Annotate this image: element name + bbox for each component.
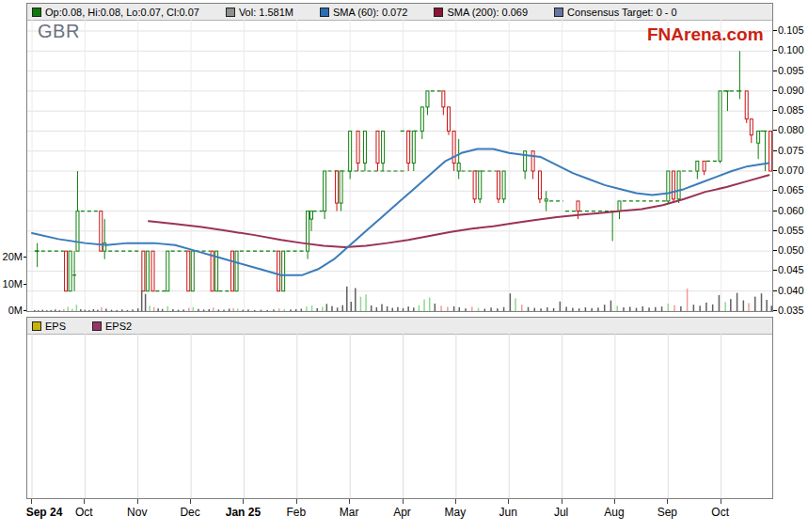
date-axis-label: Sep bbox=[657, 506, 677, 519]
price-axis-label: 0.105 bbox=[778, 24, 804, 36]
fnarena-watermark: FNArena.com bbox=[647, 24, 764, 45]
fnarena-stock-chart: Op:0.08, Hi:0.08, Lo:0.07, Cl:0.07Vol: 1… bbox=[0, 0, 808, 532]
legend-swatch-icon bbox=[226, 8, 235, 17]
volume-axis-label: 10M bbox=[0, 278, 23, 289]
date-axis-tick bbox=[455, 499, 456, 504]
price-axis-label: 0.055 bbox=[778, 225, 804, 236]
date-axis-tick bbox=[296, 499, 297, 504]
price-axis-tick bbox=[773, 70, 777, 71]
legend-label: SMA (200): 0.069 bbox=[447, 7, 528, 18]
price-axis-label: 0.100 bbox=[778, 44, 804, 55]
price-axis-label: 0.065 bbox=[778, 184, 804, 196]
legend-label: SMA (60): 0.072 bbox=[333, 7, 408, 18]
date-axis-tick bbox=[84, 499, 85, 504]
price-axis-tick bbox=[773, 270, 777, 271]
date-axis-label: Oct bbox=[711, 506, 729, 519]
eps-plot bbox=[27, 334, 772, 498]
date-axis-label: Jul bbox=[554, 506, 568, 519]
volume-axis-tick bbox=[24, 310, 26, 311]
legend-label: EPS2 bbox=[105, 321, 132, 332]
eps-legend-item-1: EPS2 bbox=[92, 321, 132, 332]
volume-axis-tick bbox=[24, 257, 26, 258]
price-axis-label: 0.035 bbox=[778, 305, 804, 316]
price-axis-label: 0.085 bbox=[778, 104, 804, 116]
ticker-symbol: GBR bbox=[38, 21, 80, 42]
eps-chart-panel: EPSEPS2 bbox=[26, 317, 773, 499]
price-legend-item-3: SMA (200): 0.069 bbox=[434, 7, 528, 18]
legend-label: Consensus Target: 0 - 0 bbox=[567, 7, 677, 18]
date-axis-label: Jan 25 bbox=[226, 506, 261, 519]
date-axis-label: Apr bbox=[393, 506, 411, 519]
price-legend-item-0: Op:0.08, Hi:0.08, Lo:0.07, Cl:0.07 bbox=[32, 7, 199, 18]
price-axis-label: 0.080 bbox=[778, 124, 804, 135]
price-legend-bar: Op:0.08, Hi:0.08, Lo:0.07, Cl:0.07Vol: 1… bbox=[27, 4, 772, 21]
price-chart-panel: Op:0.08, Hi:0.08, Lo:0.07, Cl:0.07Vol: 1… bbox=[26, 3, 773, 312]
date-axis-tick bbox=[721, 499, 721, 504]
date-axis-label: Jun bbox=[499, 506, 517, 519]
price-axis-tick bbox=[773, 250, 777, 251]
date-axis-tick bbox=[190, 499, 191, 504]
volume-axis-tick bbox=[24, 284, 26, 285]
date-axis-tick bbox=[137, 499, 138, 504]
price-axis-tick bbox=[773, 130, 777, 131]
volume-axis-label: 0M bbox=[0, 305, 23, 316]
legend-label: Op:0.08, Hi:0.08, Lo:0.07, Cl:0.07 bbox=[45, 7, 199, 18]
date-axis-label: Mar bbox=[340, 506, 359, 519]
date-axis-label: Dec bbox=[180, 506, 199, 519]
price-axis-tick bbox=[773, 190, 777, 191]
price-axis-tick bbox=[773, 310, 777, 311]
legend-swatch-icon bbox=[320, 8, 329, 17]
price-axis-label: 0.070 bbox=[778, 164, 804, 176]
volume-axis-label: 20M bbox=[0, 251, 23, 262]
legend-swatch-icon bbox=[32, 8, 41, 17]
legend-label: Vol: 1.581M bbox=[239, 7, 293, 18]
date-axis-label: Sep 24 bbox=[26, 506, 63, 519]
price-axis-tick bbox=[773, 290, 777, 291]
price-axis-label: 0.075 bbox=[778, 145, 804, 156]
price-axis-tick bbox=[773, 30, 777, 31]
price-axis-tick bbox=[773, 150, 777, 151]
price-legend-item-1: Vol: 1.581M bbox=[226, 7, 293, 18]
price-axis-label: 0.090 bbox=[778, 85, 804, 96]
legend-swatch-icon bbox=[92, 321, 102, 331]
price-axis-label: 0.050 bbox=[778, 244, 804, 256]
price-axis-tick bbox=[773, 110, 777, 111]
date-axis-tick bbox=[403, 499, 404, 504]
date-axis-tick bbox=[667, 499, 668, 504]
eps-legend-item-0: EPS bbox=[32, 321, 66, 332]
date-axis-tick bbox=[614, 499, 615, 504]
price-volume-plot bbox=[27, 20, 772, 311]
date-axis-label: May bbox=[445, 506, 467, 519]
price-axis-tick bbox=[773, 90, 777, 91]
date-axis-tick bbox=[508, 499, 509, 504]
legend-label: EPS bbox=[45, 321, 66, 332]
price-axis-tick bbox=[773, 211, 777, 211]
price-legend-item-2: SMA (60): 0.072 bbox=[320, 7, 408, 18]
eps-legend-bar: EPSEPS2 bbox=[27, 318, 772, 335]
price-axis-label: 0.095 bbox=[778, 65, 804, 76]
price-axis-label: 0.060 bbox=[778, 205, 804, 216]
date-axis-label: Oct bbox=[75, 506, 93, 519]
legend-swatch-icon bbox=[434, 8, 443, 17]
legend-swatch-icon bbox=[554, 8, 563, 17]
date-axis-tick bbox=[31, 499, 32, 504]
price-axis-label: 0.040 bbox=[778, 285, 804, 296]
date-axis-tick bbox=[243, 499, 244, 504]
price-legend-item-4: Consensus Target: 0 - 0 bbox=[554, 7, 677, 18]
price-axis-tick bbox=[773, 50, 777, 51]
price-axis-tick bbox=[773, 230, 777, 231]
date-axis-tick bbox=[562, 499, 562, 504]
price-axis-label: 0.045 bbox=[778, 264, 804, 275]
date-axis-label: Aug bbox=[604, 506, 624, 519]
price-axis-tick bbox=[773, 170, 777, 171]
date-axis-tick bbox=[349, 499, 350, 504]
date-axis-label: Feb bbox=[286, 506, 306, 519]
legend-swatch-icon bbox=[32, 321, 41, 331]
date-axis-label: Nov bbox=[127, 506, 147, 519]
